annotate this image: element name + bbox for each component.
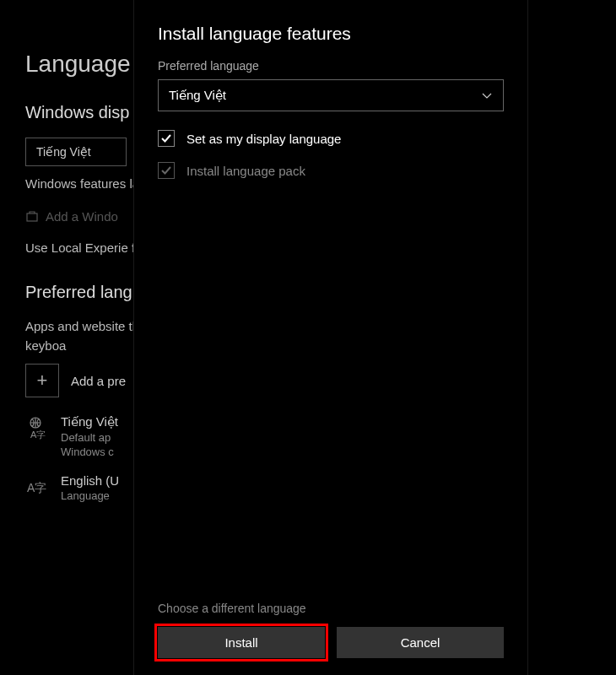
chevron-down-icon	[481, 89, 493, 101]
language-name: English (U	[61, 473, 119, 488]
display-language-select[interactable]: Tiếng Việt	[25, 138, 127, 166]
set-display-language-row[interactable]: Set as my display language	[158, 130, 504, 147]
add-language-label: Add a pre	[71, 374, 126, 388]
dialog-title: Install language features	[158, 24, 504, 44]
language-subtitle: Language	[61, 489, 119, 502]
checkbox-checked-icon	[158, 130, 175, 147]
preferred-language-label: Preferred language	[158, 59, 504, 73]
cancel-button[interactable]: Cancel	[337, 627, 504, 658]
display-language-value: Tiếng Việt	[36, 145, 91, 159]
dialog-button-row: Install Cancel	[158, 627, 504, 658]
language-name: Tiếng Việt	[61, 414, 118, 429]
selected-language-value: Tiếng Việt	[169, 88, 226, 103]
set-display-language-label: Set as my display language	[186, 132, 341, 146]
install-highlight: Install	[154, 624, 328, 662]
language-char-icon: A字	[25, 475, 49, 499]
choose-different-language-link[interactable]: Choose a different language	[158, 602, 504, 615]
install-language-pack-label: Install language pack	[186, 164, 305, 178]
install-button[interactable]: Install	[158, 627, 325, 658]
store-icon	[25, 209, 39, 223]
language-subtitle: Windows c	[61, 446, 118, 458]
install-language-pack-row[interactable]: Install language pack	[158, 162, 504, 179]
plus-icon: +	[25, 364, 59, 397]
svg-text:A字: A字	[30, 429, 46, 440]
svg-text:A字: A字	[27, 481, 46, 494]
language-subtitle: Default ap	[61, 431, 118, 444]
checkbox-checked-disabled-icon	[158, 162, 175, 179]
store-link-label: Add a Windo	[46, 209, 118, 224]
language-globe-icon: A字	[25, 416, 49, 440]
install-language-dialog: Install language features Preferred lang…	[133, 0, 528, 675]
svg-rect-0	[27, 213, 37, 221]
preferred-language-select[interactable]: Tiếng Việt	[158, 79, 504, 111]
